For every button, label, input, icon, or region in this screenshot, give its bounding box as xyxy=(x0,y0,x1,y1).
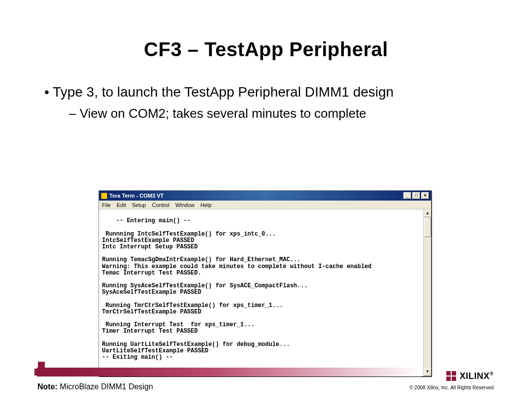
menubar: File Edit Setup Control Window Help xyxy=(99,201,431,209)
scrollbar[interactable]: ▲ ▼ xyxy=(423,209,431,376)
window-title: Tera Term - COM3 VT xyxy=(109,193,164,199)
terminal-output: -- Entering main() -- Runnning IntcSelfT… xyxy=(99,209,431,376)
footer-notch-icon xyxy=(34,362,48,376)
app-icon xyxy=(101,193,107,199)
terminal-window: Tera Term - COM3 VT _ □ × File Edit Setu… xyxy=(99,190,432,377)
scroll-thumb[interactable] xyxy=(424,217,431,237)
xilinx-mark-icon xyxy=(446,371,457,381)
menu-help[interactable]: Help xyxy=(200,202,212,208)
note-label: Note: xyxy=(37,382,58,391)
maximize-button[interactable]: □ xyxy=(412,192,420,199)
window-titlebar[interactable]: Tera Term - COM3 VT _ □ × xyxy=(99,191,431,201)
menu-window[interactable]: Window xyxy=(175,202,195,208)
bullet-level-2: View on COM2; takes several minutes to c… xyxy=(69,106,488,121)
minimize-button[interactable]: _ xyxy=(403,192,411,199)
terminal-text: -- Entering main() -- Runnning IntcSelfT… xyxy=(102,217,371,361)
menu-file[interactable]: File xyxy=(102,202,111,208)
copyright-text: © 2008 Xilinx, Inc. All Rights Reserved xyxy=(409,385,494,390)
menu-control[interactable]: Control xyxy=(152,202,169,208)
xilinx-logo: XILINX® xyxy=(446,371,494,381)
note-text: MicroBlaze DIMM1 Design xyxy=(58,382,153,391)
slide-content: Type 3, to launch the TestApp Peripheral… xyxy=(0,61,532,121)
menu-setup[interactable]: Setup xyxy=(132,202,146,208)
menu-edit[interactable]: Edit xyxy=(117,202,126,208)
slide-title: CF3 – TestApp Peripheral xyxy=(0,0,532,61)
footer-note: Note: MicroBlaze DIMM1 Design xyxy=(37,382,153,391)
close-button[interactable]: × xyxy=(421,192,429,199)
footer-decorative-bar xyxy=(37,368,421,377)
bullet-level-1: Type 3, to launch the TestApp Peripheral… xyxy=(44,84,488,100)
xilinx-logo-text: XILINX® xyxy=(460,371,494,381)
scroll-up-button[interactable]: ▲ xyxy=(424,209,432,217)
